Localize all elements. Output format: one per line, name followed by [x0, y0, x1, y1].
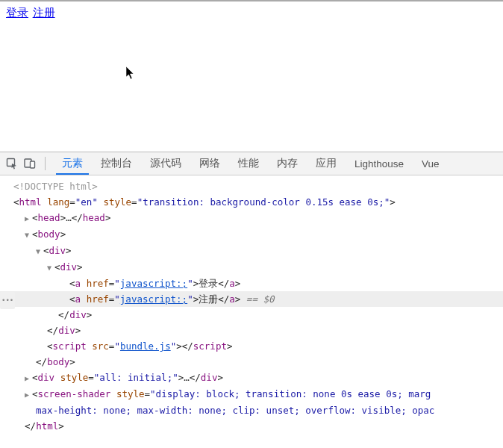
tab-elements[interactable]: 元素 [53, 152, 92, 175]
tab-application[interactable]: 应用 [307, 152, 346, 175]
tab-memory[interactable]: 内存 [268, 152, 307, 175]
dom-node-html-close[interactable]: </html> [0, 418, 503, 434]
dom-node-screen-shader-cont[interactable]: max-height: none; max-width: none; clip:… [0, 402, 503, 418]
dom-node-head[interactable]: ▶<head>…</head> [0, 210, 503, 226]
tab-performance[interactable]: 性能 [229, 152, 268, 175]
tab-vue[interactable]: Vue [413, 152, 449, 175]
dom-node-div-inner-close[interactable]: </div> [0, 307, 503, 323]
svg-rect-2 [31, 161, 35, 168]
dom-node-body[interactable]: ▼<body> [0, 226, 503, 243]
register-link[interactable]: 注册 [33, 6, 55, 19]
dom-node-a-register[interactable]: <a href="javascript:;">注册</a> == $0 [0, 291, 503, 307]
dom-node-html[interactable]: <html lang="en" style="transition: backg… [0, 194, 503, 210]
dom-node-extra-div[interactable]: ▶<div style="all: initial;">…</div> [0, 370, 503, 386]
dom-node-a-login[interactable]: <a href="javascript:;">登录</a> [0, 276, 503, 291]
elements-dom-tree[interactable]: ••• <!DOCTYPE html> <html lang="en" styl… [0, 175, 503, 441]
inspect-icon[interactable] [4, 156, 19, 171]
dom-node-body-close[interactable]: </body> [0, 354, 503, 370]
gutter-ellipsis-icon[interactable]: ••• [0, 292, 15, 309]
mouse-cursor [126, 66, 135, 80]
tab-network[interactable]: 网络 [190, 152, 229, 175]
toolbar-divider [45, 157, 46, 170]
dom-node-screen-shader[interactable]: ▶<screen-shader style="display: block; t… [0, 386, 503, 402]
devtools-panel: 元素 控制台 源代码 网络 性能 内存 应用 Lighthouse Vue ••… [0, 152, 503, 441]
dom-node-div-inner[interactable]: ▼<div> [0, 259, 503, 276]
dom-node-div-outer-close[interactable]: </div> [0, 323, 503, 338]
devtools-tabs: 元素 控制台 源代码 网络 性能 内存 应用 Lighthouse Vue [53, 152, 449, 175]
device-toolbar-icon[interactable] [22, 156, 37, 171]
dom-node-script[interactable]: <script src="bundle.js"></script> [0, 338, 503, 354]
page-content-area: 登录 注册 [0, 0, 503, 152]
login-link[interactable]: 登录 [6, 6, 28, 19]
tab-sources[interactable]: 源代码 [141, 152, 190, 175]
devtools-toolbar: 元素 控制台 源代码 网络 性能 内存 应用 Lighthouse Vue [0, 152, 503, 175]
dom-node-div-outer[interactable]: ▼<div> [0, 243, 503, 259]
tab-console[interactable]: 控制台 [92, 152, 141, 175]
dom-node-doctype[interactable]: <!DOCTYPE html> [0, 178, 503, 194]
tab-lighthouse[interactable]: Lighthouse [346, 152, 413, 175]
